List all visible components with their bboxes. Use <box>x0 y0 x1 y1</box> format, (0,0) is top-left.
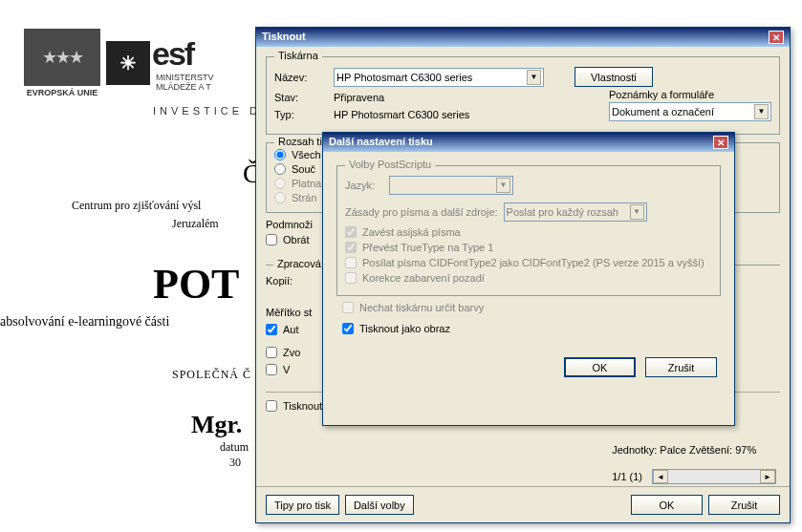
page-scrollbar[interactable]: ◄ ► <box>652 469 776 484</box>
ok-button[interactable]: OK <box>631 495 703 515</box>
units-text: Jednotky: Palce Zvětšení: 97% <box>612 438 776 456</box>
ministry-line2: MLÁDEŽE A T <box>152 82 214 92</box>
advanced-dialog-title: Další nastavení tisku <box>329 136 433 149</box>
copies-label: Kopií: <box>266 275 293 287</box>
chevron-down-icon: ▼ <box>496 178 510 193</box>
bg-correction-checkbox <box>345 272 357 284</box>
print-tips-button[interactable]: Tipy pro tisk <box>266 495 339 515</box>
type-label: Typ: <box>274 109 328 120</box>
language-label: Jazyk: <box>345 180 383 191</box>
zvo-checkbox[interactable] <box>266 347 277 358</box>
properties-button[interactable]: Vlastnosti <box>574 67 653 87</box>
radio-valid <box>274 178 286 189</box>
more-options-button[interactable]: Další volby <box>345 495 414 515</box>
truetype-checkbox <box>345 242 357 253</box>
cid-font-checkbox <box>345 257 357 268</box>
print-dialog-title: Tisknout <box>262 31 306 44</box>
scroll-left-icon[interactable]: ◄ <box>653 470 668 483</box>
auto-checkbox[interactable] <box>266 324 277 335</box>
eu-label: EVROPSKÁ UNIE <box>24 86 100 97</box>
status-value: Připravena <box>334 92 384 103</box>
comments-forms-label: Poznámky a formuláře <box>609 89 771 100</box>
radio-all[interactable] <box>274 149 286 160</box>
font-policy-label: Zásady pro písma a další zdroje: <box>345 206 498 218</box>
advanced-print-dialog: Další nastavení tisku ✕ Volby PostScript… <box>322 132 735 426</box>
printer-groupbox-legend: Tiskárna <box>274 50 322 61</box>
cancel-button[interactable]: Zrušit <box>645 357 717 377</box>
printer-name-select[interactable]: HP Photosmart C6300 series ▼ <box>334 68 544 87</box>
name-label: Název: <box>274 72 328 83</box>
eu-flag-icon: ★★★ <box>24 29 100 86</box>
esf-icon: ☀ <box>106 41 150 85</box>
printer-colors-checkbox <box>342 302 354 313</box>
type-value: HP Photosmart C6300 series <box>334 109 469 120</box>
close-icon[interactable]: ✕ <box>713 136 728 149</box>
ministry-line1: MINISTERSTV <box>152 73 214 82</box>
radio-pages <box>274 192 286 203</box>
chevron-down-icon: ▼ <box>527 70 541 85</box>
language-select: ▼ <box>389 176 513 195</box>
status-label: Stav: <box>274 92 328 103</box>
cancel-button[interactable]: Zrušit <box>708 495 780 515</box>
print-to-file-checkbox[interactable] <box>266 400 277 412</box>
v-checkbox[interactable] <box>266 364 277 375</box>
chevron-down-icon: ▼ <box>630 204 644 220</box>
radio-current[interactable] <box>274 163 286 175</box>
ok-button[interactable]: OK <box>564 357 636 377</box>
postscript-legend: Volby PostScriptu <box>345 159 435 170</box>
page-position: 1/1 (1) <box>612 471 642 482</box>
reverse-checkbox[interactable] <box>266 234 277 245</box>
esf-text: esf <box>152 35 193 72</box>
print-as-image-label: Tisknout jako obraz <box>359 323 450 334</box>
font-policy-select: Poslat pro každý rozsah ▼ <box>504 202 647 222</box>
chevron-down-icon: ▼ <box>754 104 769 119</box>
print-as-image-checkbox[interactable] <box>342 323 354 334</box>
asian-fonts-checkbox <box>345 226 357 238</box>
close-icon[interactable]: ✕ <box>769 31 784 44</box>
scroll-right-icon[interactable]: ► <box>760 470 775 483</box>
comments-forms-select[interactable]: Dokument a označení ▼ <box>609 102 771 121</box>
